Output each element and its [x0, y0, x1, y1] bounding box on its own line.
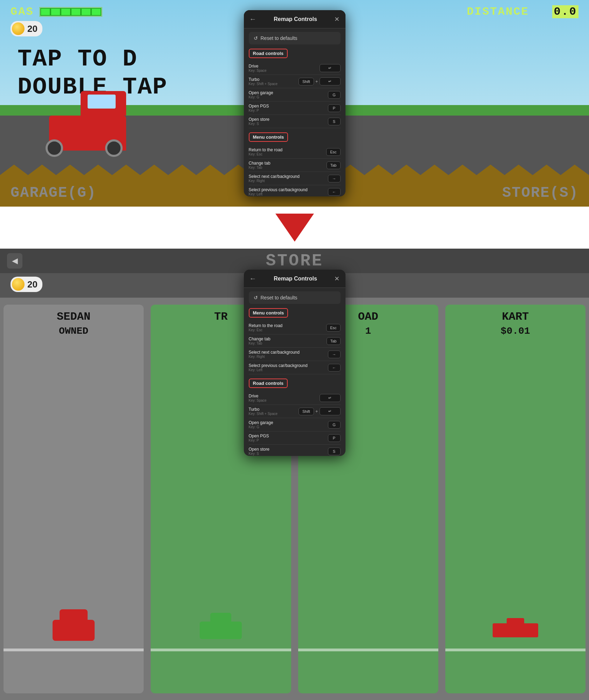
road-controls-section-label-bottom: Road controls	[249, 379, 288, 388]
control-row-drive-bottom: Drive Key: Space ↵	[249, 391, 341, 405]
control-row-return-top: Return to the road Key: Esc Esc	[249, 145, 341, 159]
control-row-prev-top: Select previous car/background Key: Left…	[249, 185, 341, 196]
garage-label: GARAGE(G)	[11, 185, 96, 201]
key-btn-tab-top[interactable]: Tab	[327, 161, 341, 169]
control-row-turbo-top: Turbo Key: Shift + Space Shift + ↵	[249, 75, 341, 88]
control-row-return-bottom: Return to the road Key: Esc Esc	[249, 321, 341, 334]
hud-top-left: GAS	[11, 5, 102, 18]
menu-controls-section-label-top: Menu controls	[249, 132, 288, 142]
key-btn-right-top[interactable]: →	[328, 175, 341, 182]
control-info-garage-bottom: Open garage Key: G	[249, 420, 273, 429]
modal-title-bottom: Remap Controls	[274, 276, 317, 282]
menu-section-spacer-top: Menu controls	[249, 132, 341, 145]
gas-segment-4	[71, 9, 80, 15]
control-hint-return-bottom: Key: Esc	[249, 328, 283, 332]
coin-count-top: 20	[27, 23, 37, 34]
control-name-turbo-top: Turbo	[249, 77, 278, 82]
distance-hud: DISTANCE 0.0	[467, 5, 578, 18]
control-name-store-bottom: Open store	[249, 447, 269, 452]
modal-header-bottom: ← Remap Controls ✕	[244, 270, 345, 288]
gas-segment-3	[61, 9, 70, 15]
coin-count-bottom: 20	[27, 279, 37, 290]
modal-close-button-top[interactable]: ✕	[334, 15, 340, 23]
key-btn-esc-bottom[interactable]: Esc	[326, 324, 340, 332]
control-name-pgs-bottom: Open PGS	[249, 434, 269, 438]
bottom-game-screen: ◀ STORE 20 SEDAN OWNED TR OAD 1	[0, 249, 589, 700]
truck2-road-line	[151, 649, 291, 651]
control-info-prev-top: Select previous car/background Key: Left	[249, 187, 308, 196]
remap-controls-modal-bottom: ← Remap Controls ✕ ↺ Reset to defaults M…	[244, 270, 345, 456]
control-info-drive-top: Drive Key: Space	[249, 64, 267, 72]
kart-car-image	[445, 595, 585, 665]
control-row-tab-top: Change tab Key: Tab Tab	[249, 159, 341, 172]
control-name-drive-bottom: Drive	[249, 394, 267, 398]
sedan-car-image	[4, 595, 144, 665]
control-row-pgs-top: Open PGS Key: P P	[249, 102, 341, 115]
modal-back-button-bottom[interactable]: ←	[249, 275, 256, 283]
key-btn-garage-top[interactable]: G	[328, 91, 341, 99]
key-btn-drive-bottom[interactable]: ↵	[320, 394, 341, 402]
key-btn-store-bottom[interactable]: S	[328, 448, 341, 455]
coin-display-bottom: 20	[11, 277, 42, 292]
plus-sign-top: +	[315, 79, 318, 84]
key-btn-shift-top[interactable]: Shift	[299, 78, 314, 85]
control-hint-turbo-top: Key: Shift + Space	[249, 82, 278, 86]
gas-segment-6	[92, 9, 101, 15]
top-game-screen: GAS DISTANCE 0.0 20 TAP TO D DOUBLE TAP …	[0, 0, 589, 207]
gas-label: GAS	[11, 5, 34, 18]
key-btn-drive-top[interactable]: ↵	[320, 64, 341, 72]
key-btn-left-top[interactable]: ←	[328, 188, 341, 196]
truck2-car-image	[151, 595, 291, 665]
down-arrow-icon	[275, 214, 314, 242]
control-hint-drive-bottom: Key: Space	[249, 398, 267, 402]
key-btn-right-bottom[interactable]: →	[328, 351, 341, 358]
key-btn-shift-bottom[interactable]: Shift	[299, 408, 314, 415]
gas-bar	[39, 7, 102, 17]
reset-label-top: Reset to defaults	[261, 35, 297, 41]
remap-controls-modal-top: ← Remap Controls ✕ ↺ Reset to defaults R…	[244, 10, 345, 196]
control-row-store-top: Open store Key: S S	[249, 115, 341, 128]
modal-close-button-bottom[interactable]: ✕	[334, 275, 340, 283]
control-hint-pgs-bottom: Key: P	[249, 438, 269, 442]
control-name-store-top: Open store	[249, 117, 269, 122]
menu-controls-section-label-bottom: Menu controls	[249, 308, 288, 318]
modal-title-top: Remap Controls	[274, 16, 317, 22]
control-info-tab-bottom: Change tab Key: Tab	[249, 337, 270, 345]
control-name-prev-top: Select previous car/background	[249, 187, 308, 192]
reset-defaults-button-bottom[interactable]: ↺ Reset to defaults	[249, 291, 341, 304]
key-btn-pgs-top[interactable]: P	[328, 104, 341, 112]
key-btn-esc-top[interactable]: Esc	[326, 148, 340, 156]
control-hint-next-bottom: Key: Right	[249, 355, 300, 359]
store-card-sedan[interactable]: SEDAN OWNED	[4, 305, 144, 693]
sedan-label: SEDAN	[4, 310, 144, 323]
key-btn-space-top[interactable]: ↵	[320, 77, 341, 85]
sedan-shape	[53, 620, 95, 641]
key-btn-left-bottom[interactable]: ←	[328, 364, 341, 372]
control-row-next-bottom: Select next car/background Key: Right →	[249, 348, 341, 361]
control-hint-tab-bottom: Key: Tab	[249, 341, 270, 345]
key-btn-space-bottom[interactable]: ↵	[320, 407, 341, 415]
control-info-pgs-top: Open PGS Key: P	[249, 104, 269, 112]
modal-back-button-top[interactable]: ←	[249, 15, 256, 23]
truck-cab	[81, 91, 126, 116]
kart-shape	[493, 623, 538, 637]
control-info-next-bottom: Select next car/background Key: Right	[249, 350, 300, 359]
plus-sign-bottom: +	[315, 409, 318, 414]
key-btn-store-top[interactable]: S	[328, 118, 341, 125]
control-info-tab-top: Change tab Key: Tab	[249, 161, 270, 169]
key-btn-garage-bottom[interactable]: G	[328, 421, 341, 429]
control-hint-prev-top: Key: Left	[249, 192, 308, 196]
kart-price: $0.01	[445, 326, 585, 337]
key-btn-tab-bottom[interactable]: Tab	[327, 337, 341, 345]
control-name-return-bottom: Return to the road	[249, 323, 283, 328]
key-btn-pgs-bottom[interactable]: P	[328, 434, 341, 442]
control-info-store-bottom: Open store Key: S	[249, 447, 269, 456]
reset-defaults-button-top[interactable]: ↺ Reset to defaults	[249, 32, 341, 44]
control-info-prev-bottom: Select previous car/background Key: Left	[249, 363, 308, 372]
control-row-drive-top: Drive Key: Space ↵	[249, 62, 341, 75]
truck2-shape	[200, 622, 242, 639]
tap-to-drive-text: TAP TO D	[18, 46, 137, 72]
control-name-next-bottom: Select next car/background	[249, 350, 300, 355]
kart-label: KART	[445, 310, 585, 323]
store-card-kart[interactable]: KART $0.01	[445, 305, 585, 693]
